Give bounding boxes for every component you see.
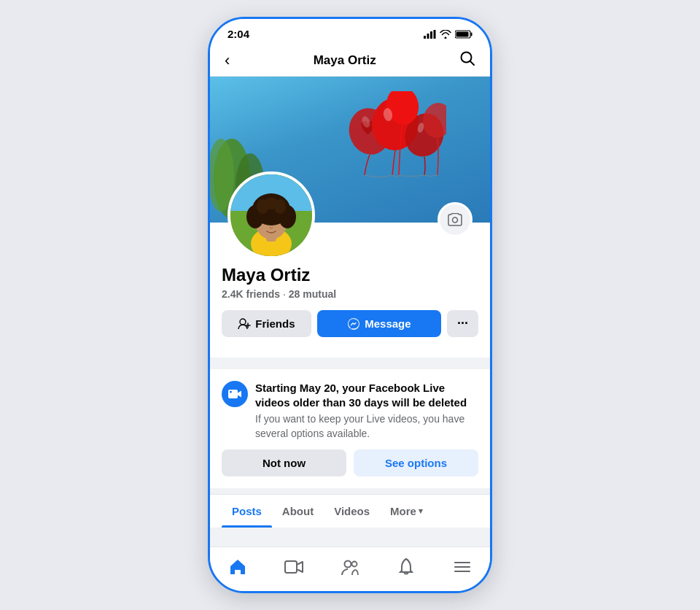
menu-icon	[453, 557, 472, 576]
people-icon	[341, 557, 359, 576]
tab-about-label: About	[282, 505, 314, 517]
divider-1	[210, 358, 490, 363]
tab-videos[interactable]: Videos	[324, 495, 380, 528]
action-buttons: Friends Message ···	[210, 310, 490, 349]
tab-posts-label: Posts	[232, 505, 262, 517]
tab-more[interactable]: More ▾	[380, 495, 433, 528]
svg-point-37	[275, 220, 280, 224]
profile-name: Maya Ortiz	[222, 265, 478, 285]
tab-videos-label: Videos	[334, 505, 370, 517]
camera-icon	[447, 213, 463, 226]
friends-icon	[238, 318, 251, 330]
bottom-nav-people[interactable]	[332, 555, 368, 579]
bottom-nav-menu[interactable]	[444, 555, 481, 579]
battery-icon	[455, 30, 472, 39]
bottom-nav	[210, 547, 490, 591]
notification-buttons: Not now See options	[222, 449, 478, 476]
friends-label: friends	[246, 288, 280, 300]
messenger-icon	[347, 317, 360, 331]
svg-point-42	[230, 391, 232, 393]
svg-point-39	[240, 319, 246, 325]
tab-posts[interactable]: Posts	[222, 495, 272, 528]
svg-rect-5	[471, 32, 472, 36]
avatar-image	[230, 174, 312, 256]
content-scroll[interactable]: Maya Ortiz 2.4K friends · 28 mutual Frie…	[210, 77, 490, 547]
svg-rect-6	[456, 31, 469, 36]
message-button-label: Message	[365, 317, 411, 330]
chevron-down-icon: ▾	[419, 506, 423, 516]
mutual-count: 28	[289, 288, 300, 300]
notification-icon	[222, 381, 248, 407]
nav-bar: ‹ Maya Ortiz	[210, 45, 490, 77]
tab-more-label: More	[390, 505, 416, 517]
phone-frame: 2:04 ‹ Maya Ortiz	[208, 17, 492, 593]
live-video-icon	[228, 388, 242, 400]
balloons-image	[330, 91, 446, 208]
not-now-button[interactable]: Not now	[222, 449, 346, 476]
profile-tabs: Posts About Videos More ▾	[210, 494, 490, 528]
profile-page-title: Maya Ortiz	[314, 53, 376, 68]
svg-rect-43	[285, 561, 297, 573]
svg-point-45	[351, 562, 357, 567]
notification-title: Starting May 20, your Facebook Live vide…	[255, 381, 478, 409]
more-dots-label: ···	[457, 316, 468, 331]
svg-rect-2	[430, 31, 432, 39]
friends-count: 2.4K	[222, 288, 244, 300]
bell-icon	[397, 557, 416, 576]
svg-rect-1	[427, 34, 429, 39]
svg-rect-0	[424, 36, 426, 39]
notification-header: Starting May 20, your Facebook Live vide…	[222, 381, 478, 441]
svg-rect-41	[228, 390, 238, 398]
tab-about[interactable]: About	[272, 495, 324, 528]
see-options-button[interactable]: See options	[354, 449, 478, 476]
back-button[interactable]: ‹	[225, 51, 230, 70]
avatar-ring	[228, 171, 315, 259]
profile-friends-count: 2.4K friends · 28 mutual	[222, 288, 478, 300]
notification-body: If you want to keep your Live videos, yo…	[255, 412, 478, 441]
home-icon	[228, 557, 247, 576]
status-icons	[424, 30, 472, 39]
search-icon	[459, 50, 475, 66]
wifi-icon	[440, 30, 451, 39]
svg-point-44	[344, 561, 351, 568]
bottom-nav-video[interactable]	[276, 555, 312, 579]
svg-point-36	[263, 220, 268, 224]
notification-text: Starting May 20, your Facebook Live vide…	[255, 381, 478, 441]
bottom-nav-notifications[interactable]	[388, 555, 424, 579]
status-bar: 2:04	[210, 19, 490, 45]
svg-point-38	[453, 217, 458, 223]
status-time: 2:04	[228, 28, 249, 40]
svg-point-35	[264, 198, 279, 209]
friends-button-label: Friends	[255, 317, 295, 330]
mutual-label: mutual	[303, 288, 336, 300]
bottom-nav-home[interactable]	[219, 555, 256, 579]
svg-rect-3	[434, 30, 436, 39]
signal-icon	[424, 30, 436, 39]
add-story-button[interactable]	[438, 202, 472, 237]
avatar-container	[228, 171, 315, 259]
video-icon	[284, 557, 303, 576]
friends-button[interactable]: Friends	[222, 310, 311, 337]
message-button[interactable]: Message	[317, 310, 441, 337]
svg-line-8	[470, 61, 475, 66]
profile-section: Maya Ortiz 2.4K friends · 28 mutual Frie…	[210, 223, 490, 358]
search-button[interactable]	[459, 50, 475, 70]
notification-card: Starting May 20, your Facebook Live vide…	[210, 369, 490, 488]
more-actions-button[interactable]: ···	[447, 310, 478, 337]
